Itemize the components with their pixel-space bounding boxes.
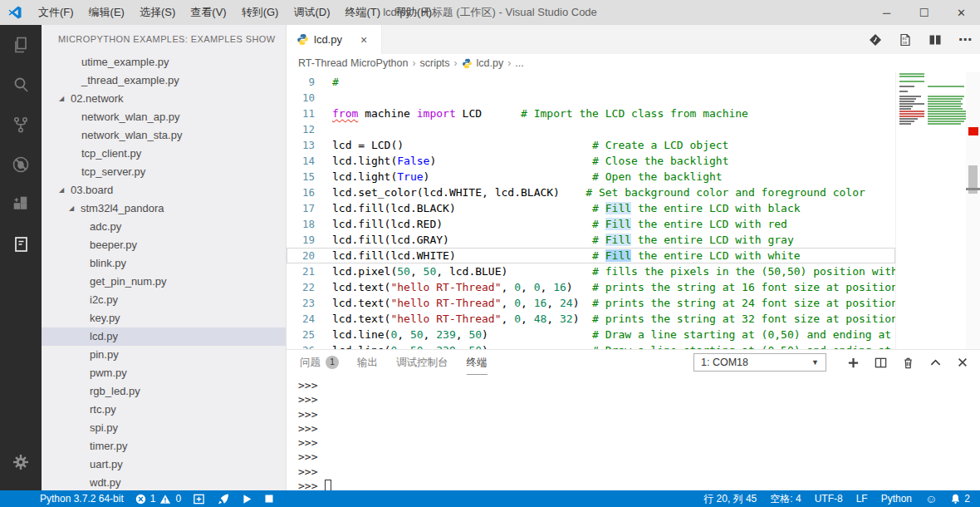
eol-sequence[interactable]: LF <box>856 493 868 505</box>
tree-item-timer-py[interactable]: timer.py <box>42 437 286 455</box>
panel-tab-terminal-active[interactable]: 终端 <box>467 350 488 375</box>
tree-item-network-wlan-sta-py[interactable]: network_wlan_sta.py <box>42 126 286 145</box>
python-version[interactable]: Python 3.7.2 64-bit <box>40 493 124 505</box>
tab-close-icon[interactable]: × <box>360 33 367 47</box>
line-number[interactable]: 16 <box>287 185 315 200</box>
code-line-21[interactable]: 21lcd.pixel(50, 50, lcd.BLUE) # fills th… <box>287 263 895 279</box>
tree-item-beeper-py[interactable]: beeper.py <box>42 236 286 254</box>
line-number[interactable]: 10 <box>287 90 315 106</box>
code-line-22[interactable]: 22lcd.text("hello RT-Thread", 0, 0, 16) … <box>287 279 895 295</box>
examples-view-icon[interactable] <box>0 224 42 264</box>
line-number[interactable]: 14 <box>287 153 315 169</box>
encoding[interactable]: UTF-8 <box>815 493 843 505</box>
code-line-12[interactable]: 12 <box>287 121 895 137</box>
breadcrumb-project[interactable]: RT-Thread MicroPython <box>298 57 408 69</box>
language-mode[interactable]: Python <box>881 493 912 505</box>
line-number[interactable]: 21 <box>287 263 315 279</box>
menu-item[interactable]: 帮助(H) <box>388 0 439 25</box>
tree-item-utime-example-py[interactable]: utime_example.py <box>42 53 286 71</box>
code-line-11[interactable]: 11from machine import LCD # Import the L… <box>287 106 895 121</box>
line-number[interactable]: 13 <box>287 137 315 153</box>
panel-tab-问题[interactable]: 问题1 <box>300 350 339 375</box>
kill-terminal-icon[interactable] <box>900 355 915 370</box>
menu-item[interactable]: 文件(F) <box>31 0 81 25</box>
code-line-26[interactable]: 26lcd.line(0, 50, 239, 50) # Draw a line… <box>287 342 895 349</box>
panel-tab-输出[interactable]: 输出 <box>357 350 378 375</box>
feedback-smiley-icon[interactable]: ☺ <box>925 492 937 505</box>
folder-expanded-icon[interactable]: ◢ <box>59 90 64 108</box>
tree-item-lcd-py[interactable]: lcd.py <box>42 327 286 346</box>
code-editor[interactable]: 9#1011from machine import LCD # Import t… <box>287 72 980 349</box>
tab-lcd-py[interactable]: lcd.py × <box>287 25 382 54</box>
tree-item-rgb-led-py[interactable]: rgb_led.py <box>42 382 286 401</box>
breadcrumb-folder[interactable]: scripts <box>419 57 449 69</box>
menu-item[interactable]: 查看(V) <box>183 0 233 25</box>
split-editor-icon[interactable] <box>927 32 943 48</box>
more-actions-icon[interactable]: ⋯ <box>957 32 973 48</box>
folder-expanded-icon[interactable]: ◢ <box>69 199 74 218</box>
source-control-icon[interactable] <box>0 105 42 145</box>
tree-item-adc-py[interactable]: adc.py <box>42 218 286 236</box>
rocket-icon[interactable] <box>217 493 230 505</box>
tree-item-pin-py[interactable]: pin.py <box>42 346 286 364</box>
tree-item-03-board[interactable]: ◢03.board <box>42 181 286 199</box>
line-number[interactable]: 25 <box>287 327 315 342</box>
line-number[interactable]: 11 <box>287 106 315 121</box>
run-program-icon[interactable] <box>242 494 252 505</box>
code-line-10[interactable]: 10 <box>287 90 895 106</box>
code-line-19[interactable]: 19lcd.fill(lcd.GRAY) # Fill the entire L… <box>287 232 895 248</box>
menu-item[interactable]: 终端(T) <box>337 0 388 25</box>
tree-item-key-py[interactable]: key.py <box>42 309 286 327</box>
tree-item-spi-py[interactable]: spi.py <box>42 419 286 437</box>
code-line-15[interactable]: 15lcd.light(True) # Open the backlight <box>287 169 895 185</box>
run-icon[interactable] <box>867 32 884 48</box>
terminal-input-line[interactable]: >>> <box>298 479 980 490</box>
indentation[interactable]: 空格: 4 <box>770 492 801 506</box>
tree-item-i2c-py[interactable]: i2c.py <box>42 291 286 309</box>
editor-scrollbar[interactable] <box>966 72 980 349</box>
problems-status[interactable]: 1 0 <box>135 493 181 505</box>
code-line-23[interactable]: 23lcd.text("hello RT-Thread", 0, 16, 24)… <box>287 295 895 311</box>
terminal-select[interactable]: 1: COM18 ▼ <box>693 353 826 372</box>
menu-item[interactable]: 编辑(E) <box>81 0 132 25</box>
tree-item-uart-py[interactable]: uart.py <box>42 455 286 474</box>
cursor-position[interactable]: 行 20, 列 45 <box>703 492 757 506</box>
code-line-20[interactable]: 20lcd.fill(lcd.WHITE) # Fill the entire … <box>287 248 895 263</box>
code-line-14[interactable]: 14lcd.light(False) # Close the backlight <box>287 153 895 169</box>
extensions-icon[interactable] <box>0 185 42 224</box>
terminal-output[interactable]: >>>>>>>>>>>>>>>>>>>>>>>> <box>287 375 980 490</box>
code-line-9[interactable]: 9# <box>287 74 895 90</box>
tree-item-rtc-py[interactable]: rtc.py <box>42 401 286 419</box>
tree-item-pwm-py[interactable]: pwm.py <box>42 364 286 382</box>
code-line-24[interactable]: 24lcd.text("hello RT-Thread", 0, 48, 32)… <box>287 311 895 327</box>
tree-item--thread-example-py[interactable]: _thread_example.py <box>42 71 286 90</box>
debug-disabled-icon[interactable] <box>0 145 42 185</box>
tree-item-tcp-client-py[interactable]: tcp_client.py <box>42 145 286 163</box>
search-icon[interactable] <box>0 65 42 105</box>
code-line-25[interactable]: 25lcd.line(0, 50, 239, 50) # Draw a line… <box>287 327 895 342</box>
menu-item[interactable]: 转到(G) <box>234 0 287 25</box>
panel-tab-调试控制台[interactable]: 调试控制台 <box>396 350 448 375</box>
minimap[interactable] <box>895 72 966 349</box>
tree-item-stm32l4-pandora[interactable]: ◢stm32l4_pandora <box>42 199 286 218</box>
close-button[interactable]: ✕ <box>943 0 980 25</box>
code-line-13[interactable]: 13lcd = LCD() # Create a LCD object <box>287 137 895 153</box>
breadcrumb-symbol[interactable]: ... <box>515 57 523 69</box>
line-number[interactable]: 12 <box>287 121 315 137</box>
menu-item[interactable]: 调试(D) <box>286 0 337 25</box>
folder-expanded-icon[interactable]: ◢ <box>59 181 64 199</box>
menu-item[interactable]: 选择(S) <box>132 0 183 25</box>
tree-item-blink-py[interactable]: blink.py <box>42 254 286 273</box>
maximize-button[interactable]: ☐ <box>905 0 943 25</box>
new-terminal-icon[interactable] <box>845 355 860 370</box>
settings-gear-icon[interactable] <box>0 442 42 482</box>
tree-item-get-pin-num-py[interactable]: get_pin_num.py <box>42 273 286 291</box>
maximize-panel-icon[interactable] <box>928 355 943 370</box>
tree-item-02-network[interactable]: ◢02.network <box>42 90 286 108</box>
stop-icon[interactable] <box>264 494 274 504</box>
binary-file-icon[interactable]: 01 10 <box>897 32 914 48</box>
close-panel-icon[interactable] <box>955 355 970 370</box>
line-number[interactable]: 19 <box>287 232 315 248</box>
tree-item-tcp-server-py[interactable]: tcp_server.py <box>42 163 286 181</box>
line-number[interactable]: 24 <box>287 311 315 327</box>
